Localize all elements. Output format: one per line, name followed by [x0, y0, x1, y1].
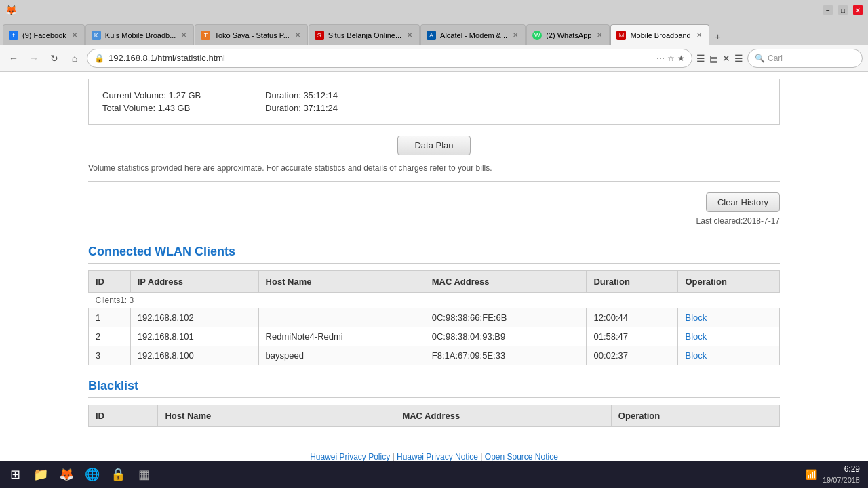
taskbar-security[interactable]: 🔒	[106, 462, 130, 487]
more-icon[interactable]: ⋯	[656, 54, 665, 63]
tab-alcatel[interactable]: A Alcatel - Modem &... ✕	[420, 24, 526, 45]
library-icon[interactable]: ☰	[696, 53, 705, 64]
reload-button[interactable]: ↻	[46, 50, 62, 66]
back-button[interactable]: ←	[5, 50, 22, 66]
tab-close-facebook[interactable]: ✕	[71, 30, 79, 39]
cell-op-2[interactable]: Block	[678, 346, 780, 365]
duration-1-cell: Duration: 35:12:14	[265, 90, 401, 100]
col-mac: MAC Address	[425, 271, 587, 293]
close-button[interactable]: ✕	[853, 5, 863, 15]
col-ip: IP Address	[130, 271, 258, 293]
tab-label-kuis: Kuis Mobile Broadb...	[105, 31, 176, 39]
duration-value-1: 35:12:14	[303, 90, 338, 100]
title-bar: 🦊 − □ ✕	[0, 0, 868, 20]
url-action-icons: ⋯ ☆ ★	[656, 54, 685, 63]
current-volume-label: Current Volume:	[102, 90, 166, 100]
tab-close-mobile-broadband[interactable]: ✕	[695, 30, 703, 39]
tab-favicon-situs: S	[315, 30, 324, 40]
bl-col-host: Host Name	[158, 405, 395, 427]
block-link-2[interactable]: Block	[685, 350, 707, 361]
current-volume-value: 1.27 GB	[169, 90, 201, 100]
cell-host-0	[258, 308, 425, 327]
close-nav-icon[interactable]: ✕	[722, 53, 730, 64]
cell-ip-1: 192.168.8.101	[130, 327, 258, 346]
taskbar-left: ⊞ 📁 🦊 🌐 🔒 ▦	[3, 462, 156, 487]
sidebar-icon[interactable]: ▤	[709, 53, 718, 64]
windows-icon: ⊞	[10, 467, 20, 482]
url-bar[interactable]: 🔒 192.168.8.1/html/statistic.html ⋯ ☆ ★	[87, 49, 692, 68]
bl-col-mac: MAC Address	[395, 405, 611, 427]
taskbar-app[interactable]: ▦	[132, 462, 156, 487]
cell-host-1: RedmiNote4-Redmi	[258, 327, 425, 346]
bookmark-icon[interactable]: ☆	[667, 54, 675, 63]
minimize-button[interactable]: −	[823, 5, 833, 15]
tab-close-situs[interactable]: ✕	[406, 30, 414, 39]
time-display: 6:29	[823, 464, 860, 475]
wlan-table-row: 3 192.168.8.100 bayspeed F8:1A:67:09:5E:…	[89, 346, 780, 365]
taskbar-chrome[interactable]: 🌐	[80, 462, 104, 487]
privacy-notice-link[interactable]: Huawei Privacy Notice	[397, 452, 478, 462]
overflow-icon[interactable]: ☰	[734, 53, 743, 64]
cell-duration-2: 00:02:37	[587, 346, 678, 365]
tab-label-alcatel: Alcatel - Modem &...	[440, 31, 507, 39]
nav-bar: ← → ↻ ⌂ 🔒 192.168.8.1/html/statistic.htm…	[0, 45, 868, 72]
folder-icon: 📁	[33, 467, 48, 482]
start-button[interactable]: ⊞	[3, 462, 27, 487]
tab-favicon-mobile-broadband: M	[616, 30, 626, 40]
maximize-button[interactable]: □	[838, 5, 848, 15]
window-controls[interactable]: − □ ✕	[823, 5, 863, 15]
content-inner: Current Volume: 1.27 GB Duration: 35:12:…	[75, 79, 793, 485]
cell-op-0[interactable]: Block	[678, 308, 780, 327]
cell-op-1[interactable]: Block	[678, 327, 780, 346]
tab-label-toko: Toko Saya - Status P...	[214, 31, 289, 39]
clients-info-row: Clients1: 3	[89, 293, 780, 308]
tab-facebook[interactable]: f (9) Facebook ✕	[3, 24, 85, 45]
cell-ip-2: 192.168.8.100	[130, 346, 258, 365]
blacklist-table-header: ID Host Name MAC Address Operation	[89, 405, 780, 427]
cell-mac-2: F8:1A:67:09:5E:33	[425, 346, 587, 365]
col-duration: Duration	[587, 271, 678, 293]
stats-row-2: Total Volume: 1.43 GB Duration: 37:11:24	[102, 103, 766, 113]
tab-situs[interactable]: S Situs Belanja Online... ✕	[309, 24, 420, 45]
tab-close-kuis[interactable]: ✕	[180, 30, 188, 39]
home-button[interactable]: ⌂	[66, 50, 83, 66]
page-content: Current Volume: 1.27 GB Duration: 35:12:…	[0, 72, 868, 488]
data-plan-section: Data Plan	[88, 136, 780, 155]
tab-favicon-facebook: f	[9, 30, 18, 40]
taskbar-firefox[interactable]: 🦊	[54, 462, 79, 487]
tab-close-toko[interactable]: ✕	[294, 30, 302, 39]
blacklist-section-title: Blacklist	[88, 379, 780, 398]
clear-history-button[interactable]: Clear History	[706, 192, 780, 212]
search-bar[interactable]: 🔍 Cari	[747, 49, 863, 68]
new-tab-button[interactable]: +	[710, 28, 726, 45]
col-operation: Operation	[678, 271, 780, 293]
data-plan-button[interactable]: Data Plan	[397, 136, 470, 155]
block-link-0[interactable]: Block	[685, 312, 707, 323]
privacy-policy-link[interactable]: Huawei Privacy Policy	[310, 452, 390, 462]
system-tray: 📶	[806, 469, 817, 480]
tab-close-whatsapp[interactable]: ✕	[595, 30, 604, 39]
taskbar-explorer[interactable]: 📁	[28, 462, 53, 487]
tab-close-alcatel[interactable]: ✕	[511, 30, 519, 39]
cell-host-2: bayspeed	[258, 346, 425, 365]
network-icon[interactable]: 📶	[806, 469, 817, 480]
block-link-1[interactable]: Block	[685, 331, 707, 342]
tab-whatsapp[interactable]: W (2) WhatsApp ✕	[526, 24, 610, 45]
forward-button[interactable]: →	[26, 50, 42, 66]
star-icon[interactable]: ★	[677, 54, 685, 63]
wlan-section-title: Connected WLAN Clients	[88, 245, 780, 264]
duration-label-2: Duration:	[265, 103, 301, 113]
app-icon: ▦	[138, 467, 150, 482]
tab-mobile-broadband[interactable]: M Mobile Broadband ✕	[610, 24, 709, 45]
total-volume-value: 1.43 GB	[158, 103, 191, 113]
tab-kuis[interactable]: K Kuis Mobile Broadb... ✕	[85, 24, 195, 45]
last-cleared-text: Last cleared:2018-7-17	[88, 216, 780, 226]
tab-label-facebook: (9) Facebook	[22, 31, 66, 39]
toolbar-icons: ☰ ▤ ✕ ☰	[696, 53, 743, 64]
duration-value-2: 37:11:24	[303, 103, 338, 113]
url-text: 192.168.8.1/html/statistic.html	[108, 53, 652, 63]
cell-mac-0: 0C:98:38:66:FE:6B	[425, 308, 587, 327]
tab-favicon-whatsapp: W	[532, 30, 542, 40]
open-source-link[interactable]: Open Source Notice	[485, 452, 558, 462]
tab-toko[interactable]: T Toko Saya - Status P... ✕	[195, 24, 307, 45]
